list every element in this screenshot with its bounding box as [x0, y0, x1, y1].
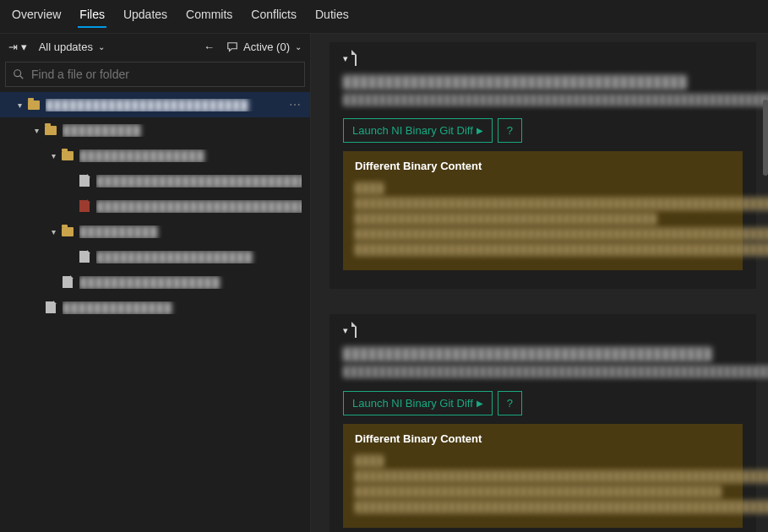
file-icon	[78, 250, 91, 263]
back-button[interactable]: ←	[204, 41, 215, 53]
comments-label: Active (0)	[243, 41, 290, 53]
launch-diff-label: Launch NI Binary Git Diff	[352, 124, 473, 137]
tree-row[interactable]: ▾██████████████████████████⋯	[0, 92, 310, 117]
help-button[interactable]: ?	[498, 391, 522, 415]
expand-chevron-icon[interactable]: ▾	[49, 227, 57, 236]
file-tree: ▾██████████████████████████⋯▾██████████▾…	[0, 92, 310, 532]
file-path-title: ████████████████████████████████████████…	[343, 346, 743, 363]
tree-item-label: ████████████████████	[96, 251, 302, 263]
file-icon	[78, 174, 91, 187]
scrollbar-thumb[interactable]	[763, 100, 768, 176]
launch-diff-button[interactable]: Launch NI Binary Git Diff ▶	[343, 118, 493, 143]
diff-card: ▾ ██████████████████████████████████████…	[330, 314, 756, 532]
expand-chevron-icon[interactable]: ▾	[32, 126, 41, 135]
folder-icon	[27, 98, 41, 111]
tree-row[interactable]: █████████████████████████████	[0, 193, 310, 219]
play-icon: ▶	[477, 126, 483, 135]
tab-commits[interactable]: Commits	[184, 6, 234, 28]
tree-item-label: ██████████████████████████	[46, 99, 289, 111]
diff-panel: ▾ ██████████████████████████████████████…	[311, 34, 768, 532]
tree-item-label: █████████████████████████████	[96, 200, 302, 213]
comment-icon	[226, 41, 238, 53]
layout-toggle-button[interactable]: ⇥ ▾	[8, 41, 27, 53]
file-icon	[355, 51, 357, 66]
search-box[interactable]	[5, 62, 305, 87]
tab-updates[interactable]: Updates	[122, 6, 169, 28]
tree-row[interactable]: ▾██████████	[0, 219, 310, 244]
tree-row[interactable]: ██████████████	[0, 295, 310, 320]
tree-item-label: ██████████████████	[79, 276, 302, 289]
folder-icon	[61, 149, 74, 162]
search-icon	[13, 68, 25, 80]
tree-item-label: ██████████	[79, 225, 302, 238]
tree-row[interactable]: ████████████████████	[0, 244, 310, 269]
file-path-sub: ████████████████████████████████████████…	[343, 93, 743, 107]
tree-row[interactable]: ██████████████████	[0, 269, 310, 295]
launch-diff-label: Launch NI Binary Git Diff	[352, 397, 473, 410]
tab-overview[interactable]: Overview	[10, 6, 63, 28]
tab-conflicts[interactable]: Conflicts	[249, 6, 298, 28]
search-input[interactable]	[31, 68, 297, 81]
sidebar-toolbar: ⇥ ▾ All updates ⌄ ← Active (0) ⌄	[0, 34, 310, 58]
more-actions-button[interactable]: ⋯	[289, 98, 302, 111]
updates-dropdown-label: All updates	[39, 41, 93, 53]
file-icon	[61, 275, 74, 289]
launch-diff-button[interactable]: Launch NI Binary Git Diff ▶	[343, 391, 493, 415]
collapse-chevron-icon[interactable]: ▾	[343, 53, 348, 64]
expand-chevron-icon[interactable]: ▾	[49, 151, 57, 160]
diff-content-box: Different Binary Content ███████████████…	[343, 151, 743, 270]
layout-toggle-icon: ⇥ ▾	[8, 41, 27, 53]
tab-files[interactable]: Files	[78, 6, 106, 28]
play-icon: ▶	[477, 399, 483, 408]
tree-row[interactable]: ▾██████████	[0, 117, 310, 143]
file-icon	[78, 199, 91, 213]
chevron-down-icon: ⌄	[98, 42, 105, 52]
diff-body: ████████████████████████████████████████…	[355, 181, 731, 257]
svg-point-0	[14, 70, 21, 77]
sidebar: ⇥ ▾ All updates ⌄ ← Active (0) ⌄	[0, 34, 311, 532]
folder-icon	[61, 225, 74, 238]
diff-card: ▾ ██████████████████████████████████████…	[330, 42, 756, 289]
tree-row[interactable]: ▾████████████████	[0, 143, 310, 168]
diff-content-box: Different Binary Content ███████████████…	[343, 424, 743, 528]
diff-body: ████████████████████████████████████████…	[355, 453, 731, 514]
collapse-chevron-icon[interactable]: ▾	[343, 325, 348, 336]
diff-title: Different Binary Content	[355, 160, 731, 172]
folder-icon	[44, 123, 57, 137]
tree-item-label: ████████████████	[79, 149, 302, 162]
chevron-down-icon: ⌄	[295, 42, 302, 52]
tab-duties[interactable]: Duties	[313, 6, 351, 28]
file-path-sub: ████████████████████████████████████████…	[343, 365, 743, 379]
updates-dropdown[interactable]: All updates ⌄	[39, 41, 105, 53]
tab-bar: Overview Files Updates Commits Conflicts…	[0, 0, 768, 34]
tree-row[interactable]: █████████████████████████████	[0, 168, 310, 193]
help-button[interactable]: ?	[498, 118, 522, 143]
comments-dropdown[interactable]: Active (0) ⌄	[226, 41, 302, 53]
file-icon	[44, 301, 57, 314]
expand-chevron-icon[interactable]: ▾	[15, 100, 24, 110]
arrow-left-icon: ←	[204, 41, 215, 53]
file-path-title: ████████████████████████████████████████…	[343, 74, 743, 91]
diff-title: Different Binary Content	[355, 432, 731, 445]
tree-item-label: ██████████████	[63, 301, 302, 314]
tree-item-label: ██████████	[63, 124, 302, 137]
file-icon	[355, 323, 357, 338]
svg-line-1	[20, 76, 24, 79]
tree-item-label: █████████████████████████████	[96, 175, 302, 187]
